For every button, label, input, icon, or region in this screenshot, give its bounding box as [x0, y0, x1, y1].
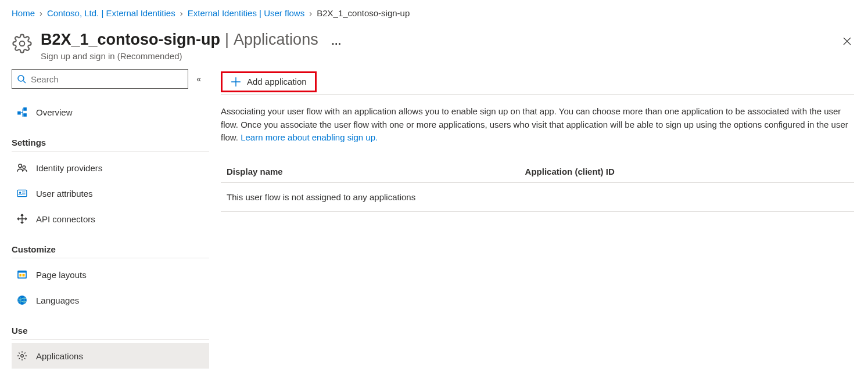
svg-rect-4 — [23, 113, 27, 117]
sidebar-item-identity-providers[interactable]: Identity providers — [12, 155, 209, 181]
page-subtitle: Sign up and sign in (Recommended) — [41, 51, 856, 61]
sidebar-item-label: Identity providers — [36, 163, 102, 173]
page-title: B2X_1_contoso-sign-up — [41, 31, 220, 49]
layout-icon — [16, 269, 28, 280]
table-empty-message: This user flow is not assigned to any ap… — [221, 183, 854, 212]
id-card-icon — [16, 187, 28, 199]
sidebar-item-user-attributes[interactable]: User attributes — [12, 181, 209, 206]
sidebar: « Overview Settings Identity providers U… — [0, 67, 209, 380]
svg-rect-3 — [23, 107, 27, 111]
title-separator: | — [225, 31, 229, 49]
svg-rect-12 — [23, 274, 25, 277]
add-application-button[interactable]: Add application — [221, 71, 317, 92]
move-icon — [16, 213, 28, 225]
page-header: B2X_1_contoso-sign-up | Applications … S… — [0, 23, 868, 67]
sidebar-item-label: User attributes — [36, 189, 93, 199]
svg-point-13 — [17, 295, 27, 305]
sidebar-item-page-layouts[interactable]: Page layouts — [12, 262, 209, 287]
search-input[interactable] — [30, 74, 183, 85]
plus-icon — [231, 77, 241, 87]
svg-point-6 — [23, 166, 26, 169]
svg-point-5 — [19, 164, 22, 168]
close-button[interactable] — [838, 33, 856, 51]
gear-icon — [16, 350, 28, 362]
gear-icon — [12, 33, 33, 54]
collapse-sidebar-button[interactable]: « — [194, 72, 203, 86]
learn-more-link[interactable]: Learn more about enabling sign up. — [241, 132, 378, 142]
column-application-id[interactable]: Application (client) ID — [525, 167, 848, 176]
main-content: Add application Associating your user fl… — [209, 67, 868, 380]
search-icon — [17, 74, 26, 84]
svg-point-1 — [18, 75, 24, 81]
column-display-name[interactable]: Display name — [227, 167, 525, 176]
breadcrumb-home[interactable]: Home — [12, 8, 35, 18]
more-actions-button[interactable]: … — [331, 35, 342, 48]
sidebar-group-settings: Settings — [12, 138, 209, 151]
sidebar-item-applications[interactable]: Applications — [12, 343, 209, 369]
close-icon — [842, 37, 852, 46]
svg-point-0 — [20, 41, 25, 46]
sidebar-item-label: API connectors — [36, 214, 95, 224]
breadcrumb-current: B2X_1_contoso-sign-up — [317, 8, 410, 18]
toolbar: Add application — [221, 69, 854, 95]
svg-rect-11 — [20, 274, 21, 277]
chevron-right-icon: › — [309, 8, 312, 18]
people-icon — [16, 162, 28, 174]
breadcrumb: Home › Contoso, Ltd. | External Identiti… — [0, 0, 868, 23]
svg-rect-7 — [17, 190, 27, 196]
sidebar-item-label: Languages — [36, 295, 79, 305]
sidebar-item-label: Applications — [36, 351, 83, 361]
sidebar-group-customize: Customize — [12, 244, 209, 258]
breadcrumb-org[interactable]: Contoso, Ltd. | External Identities — [47, 8, 175, 18]
sidebar-item-languages[interactable]: Languages — [12, 287, 209, 313]
overview-icon — [16, 106, 28, 118]
svg-point-14 — [21, 355, 24, 358]
chevron-right-icon: › — [40, 8, 42, 18]
table-header: Display name Application (client) ID — [221, 161, 854, 183]
svg-rect-2 — [17, 111, 21, 115]
svg-point-8 — [19, 192, 21, 193]
sidebar-item-overview[interactable]: Overview — [12, 99, 209, 125]
globe-icon — [16, 294, 28, 306]
add-application-label: Add application — [247, 77, 307, 86]
sidebar-item-label: Page layouts — [36, 270, 87, 280]
chevron-double-left-icon: « — [196, 74, 201, 84]
sidebar-item-api-connectors[interactable]: API connectors — [12, 206, 209, 232]
description-text: Associating your user flow with an appli… — [221, 105, 854, 145]
sidebar-item-label: Overview — [36, 107, 73, 117]
breadcrumb-external-identities[interactable]: External Identities | User flows — [188, 8, 304, 18]
sidebar-group-use: Use — [12, 326, 209, 340]
chevron-right-icon: › — [180, 8, 183, 18]
search-box[interactable] — [12, 69, 188, 89]
page-section: Applications — [234, 31, 318, 49]
